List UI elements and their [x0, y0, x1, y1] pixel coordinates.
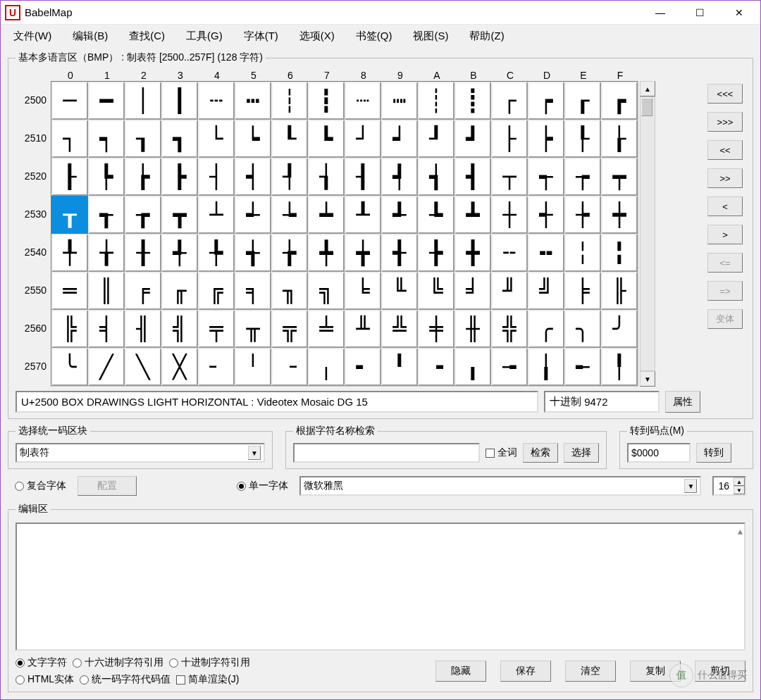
glyph-cell[interactable]: ╸: [345, 348, 381, 386]
glyph-cell[interactable]: ┌: [491, 82, 528, 120]
radio-dec-ref[interactable]: 十进制字符引用: [169, 656, 250, 669]
glyph-cell[interactable]: ╏: [601, 234, 638, 272]
goto-input[interactable]: [627, 443, 691, 463]
glyph-cell[interactable]: ┍: [528, 82, 564, 120]
glyph-cell[interactable]: ┋: [454, 82, 491, 120]
glyph-cell[interactable]: ┐: [51, 120, 88, 158]
glyph-cell[interactable]: ┰: [51, 196, 88, 234]
glyph-cell[interactable]: ╂: [125, 234, 161, 272]
nav-button[interactable]: <: [707, 196, 743, 216]
glyph-cell[interactable]: ╹: [381, 348, 418, 386]
glyph-cell[interactable]: ╦: [271, 310, 308, 348]
glyph-cell[interactable]: ┨: [345, 158, 381, 196]
glyph-cell[interactable]: ╃: [161, 234, 198, 272]
glyph-cell[interactable]: ┑: [88, 120, 125, 158]
glyph-cell[interactable]: ╮: [564, 310, 601, 348]
glyph-cell[interactable]: ╆: [271, 234, 308, 272]
font-size-spinner[interactable]: 16 ▲▼: [712, 476, 746, 496]
glyph-cell[interactable]: ╜: [491, 272, 528, 310]
glyph-cell[interactable]: ┭: [528, 158, 564, 196]
scroll-down-icon[interactable]: ▼: [640, 371, 655, 387]
menu-view[interactable]: 视图(S): [409, 28, 452, 44]
glyph-cell[interactable]: ╗: [308, 272, 345, 310]
radio-hex-ref[interactable]: 十六进制字符引用: [73, 656, 163, 669]
glyph-cell[interactable]: ─: [51, 82, 88, 120]
single-font-radio[interactable]: 单一字体: [237, 480, 288, 492]
glyph-cell[interactable]: ┻: [454, 196, 491, 234]
scroll-up-icon[interactable]: ▲: [640, 81, 655, 96]
glyph-cell[interactable]: ┝: [528, 120, 564, 158]
chevron-down-icon[interactable]: ▼: [248, 446, 261, 460]
vertical-scrollbar[interactable]: ▲ ▼: [640, 81, 655, 387]
glyph-cell[interactable]: ┬: [491, 158, 528, 196]
glyph-cell[interactable]: ╄: [198, 234, 235, 272]
glyph-cell[interactable]: ┚: [418, 120, 454, 158]
glyph-cell[interactable]: ╚: [418, 272, 454, 310]
glyph-cell[interactable]: ╙: [381, 272, 418, 310]
glyph-cell[interactable]: ┹: [381, 196, 418, 234]
glyph-cell[interactable]: ┊: [418, 82, 454, 120]
nav-button[interactable]: >>: [707, 168, 743, 188]
glyph-cell[interactable]: ╨: [345, 310, 381, 348]
glyph-cell[interactable]: ┒: [125, 120, 161, 158]
search-button[interactable]: 检索: [523, 443, 558, 463]
glyph-cell[interactable]: ╔: [198, 272, 235, 310]
glyph-cell[interactable]: ┇: [308, 82, 345, 120]
glyph-cell[interactable]: ┘: [345, 120, 381, 158]
glyph-cell[interactable]: ┩: [381, 158, 418, 196]
glyph-cell[interactable]: ╒: [125, 272, 161, 310]
glyph-cell[interactable]: ┓: [161, 120, 198, 158]
glyph-cell[interactable]: ┅: [235, 82, 271, 120]
glyph-cell[interactable]: ┺: [418, 196, 454, 234]
glyph-cell[interactable]: ╵: [235, 348, 271, 386]
glyph-cell[interactable]: ┢: [125, 158, 161, 196]
glyph-cell[interactable]: ╭: [528, 310, 564, 348]
block-select-combo[interactable]: 制表符 ▼: [16, 443, 265, 463]
radio-text-char[interactable]: 文字字符: [16, 656, 67, 669]
glyph-cell[interactable]: ╋: [454, 234, 491, 272]
glyph-cell[interactable]: ╳: [161, 348, 198, 386]
glyph-cell[interactable]: ╡: [88, 310, 125, 348]
glyph-cell[interactable]: ┕: [235, 120, 271, 158]
glyph-cell[interactable]: ═: [51, 272, 88, 310]
font-combo[interactable]: 微软雅黑 ▼: [299, 476, 701, 496]
save-button[interactable]: 保存: [500, 661, 551, 682]
glyph-cell[interactable]: ┽: [528, 196, 564, 234]
glyph-cell[interactable]: ┼: [491, 196, 528, 234]
menu-options[interactable]: 选项(X): [295, 28, 339, 44]
glyph-cell[interactable]: ╽: [528, 348, 564, 386]
glyph-cell[interactable]: ┠: [51, 158, 88, 196]
glyph-cell[interactable]: ┵: [235, 196, 271, 234]
glyph-cell[interactable]: ┄: [198, 82, 235, 120]
glyph-cell[interactable]: ┮: [564, 158, 601, 196]
glyph-cell[interactable]: ┖: [271, 120, 308, 158]
nav-button[interactable]: <<<: [707, 84, 743, 104]
glyph-cell[interactable]: ╘: [345, 272, 381, 310]
glyph-cell[interactable]: ╤: [198, 310, 235, 348]
glyph-cell[interactable]: ╌: [491, 234, 528, 272]
glyph-cell[interactable]: ┷: [308, 196, 345, 234]
close-button[interactable]: ✕: [719, 1, 759, 24]
glyph-cell[interactable]: ╢: [125, 310, 161, 348]
glyph-cell[interactable]: ┛: [454, 120, 491, 158]
glyph-cell[interactable]: ╊: [418, 234, 454, 272]
glyph-cell[interactable]: ┗: [308, 120, 345, 158]
glyph-cell[interactable]: ╟: [601, 272, 638, 310]
maximize-button[interactable]: ☐: [680, 1, 719, 24]
glyph-cell[interactable]: ┧: [308, 158, 345, 196]
glyph-cell[interactable]: ╕: [235, 272, 271, 310]
glyph-cell[interactable]: ╬: [491, 310, 528, 348]
glyph-cell[interactable]: ╯: [601, 310, 638, 348]
glyph-cell[interactable]: ┃: [161, 82, 198, 120]
glyph-cell[interactable]: ┲: [125, 196, 161, 234]
glyph-cell[interactable]: ╪: [418, 310, 454, 348]
glyph-cell[interactable]: ╠: [51, 310, 88, 348]
glyph-cell[interactable]: ╴: [198, 348, 235, 386]
glyph-cell[interactable]: ╎: [564, 234, 601, 272]
glyph-cell[interactable]: ┥: [235, 158, 271, 196]
glyph-cell[interactable]: ╲: [125, 348, 161, 386]
edit-textarea[interactable]: ▴: [16, 523, 745, 651]
glyph-cell[interactable]: ━: [88, 82, 125, 120]
name-search-input[interactable]: [293, 443, 480, 463]
clear-button[interactable]: 清空: [565, 661, 616, 682]
